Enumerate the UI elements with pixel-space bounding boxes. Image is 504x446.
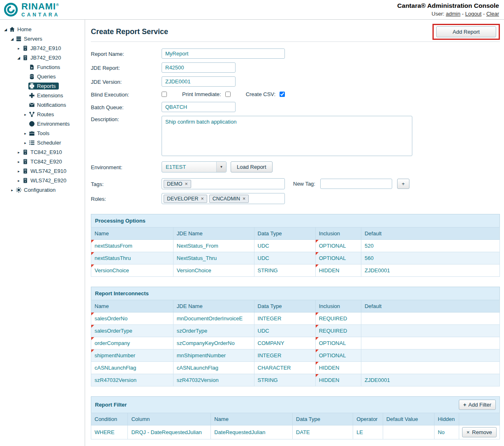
load-report-button[interactable]: Load Report	[231, 161, 273, 172]
add-report-button[interactable]: Add Report	[436, 26, 496, 37]
table-cell[interactable]: OPTIONAL	[315, 337, 361, 349]
sidebar-item-wls742-e920[interactable]: ▸WLS742_E920	[0, 176, 85, 185]
expand-arrow-icon[interactable]: ▸	[16, 179, 22, 183]
sidebar-item-jb742-e910[interactable]: ▸JB742_E910	[0, 44, 85, 53]
table-cell[interactable]: shipmentNumber	[91, 349, 173, 362]
sidebar-item-servers[interactable]: ◢Servers	[0, 34, 85, 44]
table-cell[interactable]: LE	[353, 425, 383, 439]
tags-input[interactable]: DEMO×	[162, 178, 285, 189]
table-cell[interactable]: mnShipmentNumber	[173, 349, 254, 362]
sidebar-item-reports[interactable]: Reports	[0, 81, 85, 91]
table-cell[interactable]: UDC	[254, 240, 315, 252]
table-cell[interactable]: nextStatusFrom	[91, 240, 173, 252]
table-cell[interactable]: salesOrderNo	[91, 313, 173, 325]
table-cell[interactable]: NextStatus_Thru	[173, 252, 254, 264]
remove-role-chip-icon[interactable]: ×	[243, 196, 245, 202]
expand-arrow-icon[interactable]: ▸	[16, 46, 22, 51]
expand-arrow-icon[interactable]: ▸	[16, 150, 22, 154]
expand-arrow-icon[interactable]: ▸	[22, 141, 28, 145]
expand-arrow-icon[interactable]: ▸	[22, 113, 28, 117]
logout-link[interactable]: Logout	[465, 11, 482, 17]
blind-execution-checkbox[interactable]	[162, 92, 167, 97]
description-textarea[interactable]: Ship confirm batch application	[162, 116, 412, 156]
table-cell[interactable]: DATE	[293, 425, 353, 439]
sidebar-item-functions[interactable]: Functions	[0, 62, 85, 72]
batch-queue-input[interactable]	[162, 102, 236, 112]
table-cell[interactable]: OPTIONAL	[315, 252, 361, 264]
collapse-arrow-icon[interactable]: ◢	[2, 28, 9, 32]
sidebar-item-environments[interactable]: Environments	[0, 119, 85, 129]
table-cell[interactable]: DateRequestedJulian	[211, 425, 293, 439]
table-cell[interactable]: HIDDEN	[315, 374, 361, 386]
table-cell[interactable]: HIDDEN	[315, 362, 361, 374]
collapse-arrow-icon[interactable]: ◢	[9, 37, 15, 41]
table-cell[interactable]: COMPANY	[254, 337, 315, 349]
expand-arrow-icon[interactable]: ▸	[16, 169, 22, 173]
table-cell[interactable]: NextStatus_From	[173, 240, 254, 252]
table-cell[interactable]: WHERE	[91, 425, 128, 439]
clear-link[interactable]: Clear	[486, 11, 499, 17]
table-cell[interactable]: mnDocumentOrderInvoiceE	[173, 313, 254, 325]
expand-arrow-icon[interactable]: ▸	[16, 160, 22, 164]
table-cell[interactable]: szCompanyKeyOrderNo	[173, 337, 254, 349]
table-cell[interactable]	[361, 337, 499, 349]
user-name-link[interactable]: admin	[446, 11, 460, 17]
table-cell[interactable]: 560	[361, 252, 499, 264]
remove-filter-button[interactable]: ×Remove	[462, 427, 497, 437]
table-cell[interactable]: ZJDE0001	[361, 374, 499, 386]
new-tag-input[interactable]	[320, 179, 392, 189]
sidebar-item-home[interactable]: ◢Home	[0, 25, 85, 34]
sidebar-item-notifications[interactable]: Notifications	[0, 100, 85, 110]
table-cell[interactable]: REQUIRED	[315, 325, 361, 337]
table-cell[interactable]	[383, 425, 434, 439]
report-name-input[interactable]	[162, 48, 285, 59]
table-cell[interactable]: STRING	[254, 264, 315, 277]
table-cell[interactable]: VersionChoice	[173, 264, 254, 277]
sidebar-item-extensions[interactable]: Extensions	[0, 91, 85, 100]
table-cell[interactable]: OPTIONAL	[315, 349, 361, 362]
print-immediate-checkbox[interactable]	[225, 92, 231, 97]
table-cell[interactable]: ZJDE0001	[361, 264, 499, 277]
table-cell[interactable]: nextStatusThru	[91, 252, 173, 264]
sidebar-item-tc842-e910[interactable]: ▸TC842_E910	[0, 147, 85, 157]
sidebar-item-configuration[interactable]: ▸Configuration	[0, 185, 85, 195]
table-cell[interactable]	[361, 313, 499, 325]
environment-select[interactable]: E1TEST ▼	[162, 161, 227, 172]
jde-report-input[interactable]	[162, 62, 236, 73]
sidebar-item-scheduler[interactable]: ▸Scheduler	[0, 138, 85, 147]
table-cell[interactable]: STRING	[254, 374, 315, 386]
table-cell[interactable]: DRQJ - DateRequestedJulian	[128, 425, 211, 439]
jde-version-input[interactable]	[162, 76, 236, 87]
expand-arrow-icon[interactable]: ▸	[9, 188, 15, 192]
table-cell[interactable]: cASNLaunchFlag	[91, 362, 173, 374]
sidebar-item-wls742-e910[interactable]: ▸WLS742_E910	[0, 166, 85, 176]
table-cell[interactable]: CHARACTER	[254, 362, 315, 374]
table-cell[interactable]: HIDDEN	[315, 264, 361, 277]
sidebar-item-routes[interactable]: ▸Routes	[0, 110, 85, 119]
sidebar-item-queries[interactable]: Queries	[0, 72, 85, 81]
table-cell[interactable]: UDC	[254, 325, 315, 337]
collapse-arrow-icon[interactable]: ◢	[16, 56, 22, 60]
table-cell[interactable]: 520	[361, 240, 499, 252]
sidebar-item-tc842-e920[interactable]: ▸TC842_E920	[0, 157, 85, 166]
table-cell[interactable]: OPTIONAL	[315, 240, 361, 252]
remove-role-chip-icon[interactable]: ×	[201, 196, 203, 202]
table-cell[interactable]: INTEGER	[254, 349, 315, 362]
sidebar-item-tools[interactable]: ▸Tools	[0, 129, 85, 138]
table-cell[interactable]: orderCompany	[91, 337, 173, 349]
add-filter-button[interactable]: +Add Filter	[459, 400, 496, 410]
table-cell[interactable]	[361, 349, 499, 362]
table-cell[interactable]: salesOrderType	[91, 325, 173, 337]
table-cell[interactable]: szR47032Version	[91, 374, 173, 386]
table-cell[interactable]: No	[434, 425, 459, 439]
table-cell[interactable]: cASNLaunchFlag	[173, 362, 254, 374]
remove-tag-chip-icon[interactable]: ×	[185, 181, 188, 187]
table-cell[interactable]: REQUIRED	[315, 313, 361, 325]
table-cell[interactable]: UDC	[254, 252, 315, 264]
table-cell[interactable]: VersionChoice	[91, 264, 173, 277]
table-cell[interactable]	[361, 325, 499, 337]
create-csv-checkbox[interactable]	[280, 92, 285, 97]
roles-input[interactable]: DEVELOPER×CNCADMIN×	[162, 193, 285, 204]
table-cell[interactable]: szR47032Version	[173, 374, 254, 386]
table-cell[interactable]	[361, 362, 499, 374]
